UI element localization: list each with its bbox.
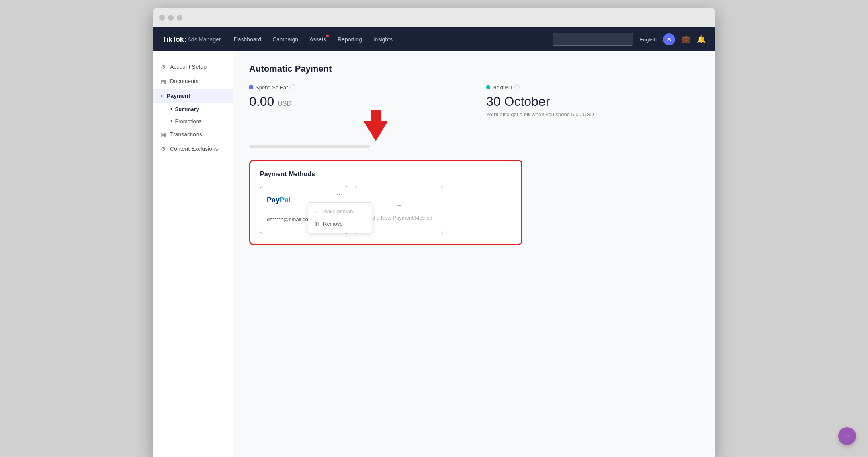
sidebar-item-label: Payment [167,93,190,99]
stats-row: Spend So Far ⓘ 0.00 USD [249,84,699,148]
account-setup-icon: ⚙ [161,64,166,70]
bell-icon[interactable]: 🔔 [697,35,706,44]
dropdown-remove[interactable]: 🗑 Remove [308,218,372,230]
payment-methods-title: Payment Methods [260,171,512,178]
sidebar-item-payment[interactable]: ▪ Payment [153,89,233,103]
sidebar-sub-summary[interactable]: Summary [153,103,233,115]
chat-bubble[interactable]: ··· [838,427,856,445]
avatar[interactable]: S [663,33,675,45]
brand-tiktok: TikTok [162,35,184,44]
documents-icon: ▦ [161,78,166,84]
spend-info-icon[interactable]: ⓘ [290,84,295,91]
sidebar-item-transactions[interactable]: ▦ Transactions [153,127,233,142]
arrow-annotation [289,110,462,141]
next-bill-block: Next Bill ⓘ 30 October You'll also get a… [486,84,699,117]
navbar: TikTok : Ads Manager Dashboard Campaign … [153,27,715,51]
nav-right: English S 💼 🔔 [553,33,706,46]
sidebar-item-account-setup[interactable]: ⚙ Account Setup [153,60,233,74]
card-menu-button[interactable]: ··· [337,191,343,198]
transactions-icon: ▦ [161,131,166,138]
main-content: Automatic Payment Spend So Far ⓘ 0.00 US… [233,51,715,457]
paypal-pal: Pal [280,196,291,204]
spend-value: 0.00 USD [249,94,462,109]
make-primary-icon: ☆ [315,208,319,214]
nav-language[interactable]: English [639,37,657,43]
remove-icon: 🗑 [315,221,320,227]
main-layout: ⚙ Account Setup ▦ Documents ▪ Payment Su… [153,51,715,457]
paypal-card: ··· PayPal ds****n@gmail.com ☆ Make prim… [260,186,348,234]
assets-dot [326,35,329,37]
payment-icon: ▪ [161,93,163,99]
app-window: TikTok : Ads Manager Dashboard Campaign … [153,8,715,457]
add-card-label: Add a New Payment Method [366,215,432,221]
spend-unit: USD [278,100,291,107]
next-bill-note: You'll also get a bill when you spend 5.… [486,111,699,117]
nav-insights[interactable]: Insights [373,36,393,43]
content-exclusions-icon: ⚙ [161,146,166,152]
spend-label: Spend So Far ⓘ [249,84,462,91]
progress-bar [249,145,370,148]
dropdown-make-primary[interactable]: ☆ Make primary [308,205,372,218]
spend-dot [249,85,253,89]
spend-so-far-block: Spend So Far ⓘ 0.00 USD [249,84,462,148]
next-bill-dot [486,85,490,89]
card-dropdown-menu: ☆ Make primary 🗑 Remove [308,202,372,233]
next-bill-info-icon[interactable]: ⓘ [514,84,520,91]
paypal-pay: Pay [267,196,280,204]
nav-reporting[interactable]: Reporting [338,36,362,43]
brand-separator: : [184,35,186,44]
payment-methods-section: Payment Methods ··· PayPal ds****n@gmail… [249,160,522,245]
traffic-light-max[interactable] [177,15,182,21]
sidebar: ⚙ Account Setup ▦ Documents ▪ Payment Su… [153,51,233,457]
briefcase-icon[interactable]: 💼 [682,35,690,44]
sidebar-item-documents[interactable]: ▦ Documents [153,74,233,89]
sidebar-item-label: Account Setup [170,64,207,70]
page-title: Automatic Payment [249,64,699,74]
traffic-light-min[interactable] [168,15,174,21]
nav-assets[interactable]: Assets [309,36,326,43]
brand-ads: Ads Manager [187,36,221,43]
next-bill-label: Next Bill ⓘ [486,84,699,91]
add-icon: + [396,200,402,211]
nav-campaign[interactable]: Campaign [272,36,298,43]
sidebar-item-content-exclusions[interactable]: ⚙ Content Exclusions [153,142,233,156]
search-input[interactable] [553,33,633,46]
payment-cards: ··· PayPal ds****n@gmail.com ☆ Make prim… [260,186,512,234]
sidebar-item-label: Transactions [170,131,202,138]
brand: TikTok : Ads Manager [162,35,221,44]
title-bar [153,8,715,27]
sidebar-item-label: Documents [170,78,199,84]
next-bill-value: 30 October [486,94,699,109]
sidebar-item-label: Content Exclusions [170,146,218,152]
nav-links: Dashboard Campaign Assets Reporting Insi… [234,36,553,43]
nav-dashboard[interactable]: Dashboard [234,36,262,43]
chat-icon: ··· [845,433,849,439]
traffic-light-close[interactable] [159,15,165,21]
sidebar-sub-promotions[interactable]: Promotions [153,115,233,127]
